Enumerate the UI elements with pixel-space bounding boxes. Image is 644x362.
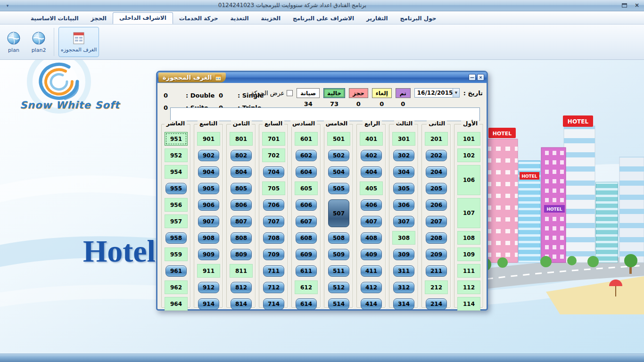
room-304[interactable]: 304 — [393, 166, 414, 178]
toolbar-reserved-rooms-button[interactable]: الغرف المحجوزه — [58, 27, 99, 57]
menu-item-about[interactable]: حول البرنامج — [394, 13, 443, 24]
room-206[interactable]: 206 — [426, 199, 447, 211]
room-954[interactable]: 954 — [165, 165, 188, 179]
room-612[interactable]: 612 — [295, 280, 318, 294]
room-114[interactable]: 114 — [457, 297, 480, 311]
room-214[interactable]: 214 — [426, 298, 447, 310]
room-409[interactable]: 409 — [361, 249, 382, 260]
room-955[interactable]: 955 — [165, 183, 187, 194]
room-511[interactable]: 511 — [328, 265, 349, 277]
room-608[interactable]: 608 — [296, 232, 317, 244]
room-709[interactable]: 709 — [263, 249, 284, 260]
room-406[interactable]: 406 — [361, 199, 382, 211]
room-202[interactable]: 202 — [426, 150, 447, 161]
room-812[interactable]: 812 — [231, 282, 252, 293]
legend-button-maintenance[interactable]: صيانة — [297, 88, 320, 98]
room-605[interactable]: 605 — [295, 181, 318, 195]
close-icon[interactable]: × — [635, 2, 639, 8]
menu-item-internal-supervision[interactable]: الاشراف الداخلى — [113, 12, 173, 24]
room-404[interactable]: 404 — [361, 166, 382, 178]
dialog-close-icon[interactable]: × — [477, 74, 484, 81]
room-708[interactable]: 708 — [263, 232, 284, 244]
room-211[interactable]: 211 — [426, 265, 447, 277]
room-958[interactable]: 958 — [165, 232, 187, 244]
room-504[interactable]: 504 — [328, 166, 349, 178]
room-207[interactable]: 207 — [426, 216, 447, 227]
room-908[interactable]: 908 — [198, 232, 219, 244]
room-509[interactable]: 509 — [328, 249, 349, 260]
room-314[interactable]: 314 — [393, 298, 414, 310]
room-957[interactable]: 957 — [165, 214, 188, 228]
room-201[interactable]: 201 — [425, 132, 448, 146]
room-951[interactable]: 951 — [165, 132, 188, 146]
room-301[interactable]: 301 — [392, 132, 415, 146]
room-311[interactable]: 311 — [393, 265, 414, 277]
dialog-titlebar[interactable]: الغرف المحجوزة — × — [157, 72, 487, 83]
menu-item-services-movement[interactable]: حركة الخدمات — [173, 13, 224, 24]
room-507[interactable]: 507 — [328, 199, 349, 227]
room-614[interactable]: 614 — [296, 298, 317, 310]
room-801[interactable]: 801 — [230, 132, 253, 146]
room-205[interactable]: 205 — [426, 183, 447, 194]
show-movement-checkbox[interactable] — [287, 90, 293, 96]
room-702[interactable]: 702 — [262, 148, 285, 162]
room-907[interactable]: 907 — [198, 216, 219, 227]
room-508[interactable]: 508 — [328, 232, 349, 244]
menu-item-program-supervision[interactable]: الاشراف على البرنامج — [287, 13, 360, 24]
legend-button-cancel[interactable]: إلغاء — [372, 88, 392, 98]
room-964[interactable]: 964 — [165, 297, 188, 311]
room-814[interactable]: 814 — [231, 298, 252, 310]
menu-item-treasury[interactable]: الخزينة — [255, 13, 287, 24]
room-959[interactable]: 959 — [165, 247, 188, 261]
room-308[interactable]: 308 — [392, 231, 415, 245]
room-811[interactable]: 811 — [230, 264, 253, 278]
legend-button-vacant[interactable]: خالية — [323, 88, 345, 98]
room-208[interactable]: 208 — [426, 232, 447, 244]
room-111[interactable]: 111 — [457, 264, 480, 278]
restore-icon[interactable] — [622, 3, 627, 8]
room-704[interactable]: 704 — [263, 166, 284, 178]
room-402[interactable]: 402 — [361, 150, 382, 161]
room-302[interactable]: 302 — [393, 150, 414, 161]
room-212[interactable]: 212 — [425, 280, 448, 294]
room-901[interactable]: 901 — [197, 132, 220, 146]
menu-item-basic-data[interactable]: البيانات الاساسية — [25, 13, 85, 24]
legend-button-booked[interactable]: حجز — [349, 88, 368, 98]
room-909[interactable]: 909 — [198, 249, 219, 260]
room-512[interactable]: 512 — [328, 282, 349, 293]
info-textbox[interactable] — [170, 107, 480, 121]
room-514[interactable]: 514 — [328, 298, 349, 310]
room-952[interactable]: 952 — [165, 148, 188, 162]
room-414[interactable]: 414 — [361, 298, 382, 310]
room-305[interactable]: 305 — [393, 183, 414, 194]
room-307[interactable]: 307 — [393, 216, 414, 227]
room-412[interactable]: 412 — [361, 282, 382, 293]
room-805[interactable]: 805 — [231, 183, 252, 194]
room-606[interactable]: 606 — [296, 199, 317, 211]
room-807[interactable]: 807 — [231, 216, 252, 227]
room-604[interactable]: 604 — [296, 166, 317, 178]
menu-item-reports[interactable]: التقارير — [360, 13, 394, 24]
room-101[interactable]: 101 — [457, 132, 480, 146]
room-904[interactable]: 904 — [198, 166, 219, 178]
legend-button-sleep[interactable]: نم — [396, 88, 411, 98]
room-312[interactable]: 312 — [393, 282, 414, 293]
room-501[interactable]: 501 — [327, 132, 350, 146]
room-806[interactable]: 806 — [231, 199, 252, 211]
room-607[interactable]: 607 — [296, 216, 317, 227]
room-601[interactable]: 601 — [295, 132, 318, 146]
room-204[interactable]: 204 — [426, 166, 447, 178]
quick-access-caret-icon[interactable]: ▾ — [3, 2, 12, 9]
room-106[interactable]: 106 — [457, 165, 480, 195]
room-505[interactable]: 505 — [328, 183, 349, 194]
room-405[interactable]: 405 — [360, 181, 383, 195]
room-602[interactable]: 602 — [296, 150, 317, 161]
room-401[interactable]: 401 — [360, 132, 383, 146]
room-411[interactable]: 411 — [361, 265, 382, 277]
room-705[interactable]: 705 — [262, 181, 285, 195]
room-802[interactable]: 802 — [231, 150, 252, 161]
room-804[interactable]: 804 — [231, 166, 252, 178]
room-962[interactable]: 962 — [165, 280, 188, 294]
room-112[interactable]: 112 — [457, 280, 480, 294]
room-809[interactable]: 809 — [231, 249, 252, 260]
